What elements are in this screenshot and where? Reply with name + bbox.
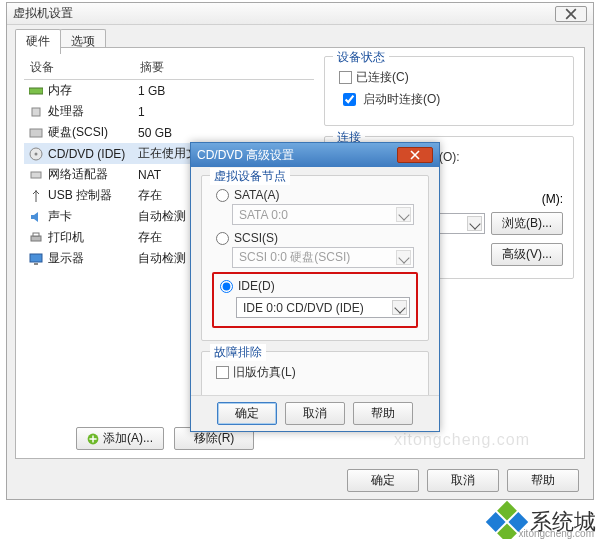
- svg-rect-0: [29, 88, 43, 94]
- modal-ok-button[interactable]: 确定: [217, 402, 277, 425]
- logo-icon: [486, 501, 528, 539]
- group-title-node: 虚拟设备节点: [210, 168, 290, 185]
- checkbox-icon: [216, 366, 229, 379]
- modal-footer: 确定 取消 帮助: [191, 395, 439, 431]
- device-summary: 50 GB: [138, 126, 314, 140]
- checkbox-connected-label: 已连接(C): [356, 69, 409, 86]
- checkbox-icon: [339, 71, 352, 84]
- titlebar: 虚拟机设置: [7, 3, 593, 25]
- modal-close-button[interactable]: [397, 147, 433, 163]
- checkbox-start-label: 启动时连接(O): [363, 91, 440, 108]
- device-name: 内存: [48, 82, 138, 99]
- net-icon: [28, 167, 44, 183]
- radio-sata-label: SATA(A): [234, 188, 280, 202]
- legacy-label: 旧版仿真(L): [233, 364, 296, 381]
- radio-icon: [216, 189, 229, 202]
- radio-sata[interactable]: SATA(A): [216, 188, 418, 202]
- svg-rect-9: [34, 263, 38, 265]
- group-device-status: 设备状态 已连接(C) 启动时连接(O): [324, 56, 574, 126]
- watermark-text: xitongcheng.com: [394, 431, 530, 449]
- tab-hardware[interactable]: 硬件: [15, 29, 61, 54]
- radio-ide-label: IDE(D): [238, 279, 275, 293]
- device-row-disk[interactable]: 硬盘(SCSI)50 GB: [24, 122, 314, 143]
- sata-value: SATA 0:0: [239, 208, 288, 222]
- modal-titlebar: CD/DVD 高级设置: [191, 143, 439, 167]
- advanced-button[interactable]: 高级(V)...: [491, 243, 563, 266]
- group-troubleshoot: 故障排除 旧版仿真(L): [201, 351, 429, 398]
- cpu-icon: [28, 104, 44, 120]
- main-footer: 确定 取消 帮助: [347, 469, 579, 492]
- logo-text: 系统城: [530, 507, 596, 537]
- radio-scsi-label: SCSI(S): [234, 231, 278, 245]
- checkbox-connect-on-start[interactable]: 启动时连接(O): [339, 90, 563, 109]
- group-title-trouble: 故障排除: [210, 344, 266, 361]
- group-title-status: 设备状态: [333, 49, 389, 66]
- device-summary: 1: [138, 105, 314, 119]
- sata-combo: SATA 0:0: [232, 204, 414, 225]
- checkbox-connected[interactable]: 已连接(C): [339, 69, 563, 86]
- radio-icon: [220, 280, 233, 293]
- iso-suffix-label: (M):: [542, 192, 563, 206]
- ide-combo[interactable]: IDE 0:0 CD/DVD (IDE): [236, 297, 410, 318]
- device-name: USB 控制器: [48, 187, 138, 204]
- close-icon: [565, 8, 577, 20]
- checkbox-legacy-emulation[interactable]: 旧版仿真(L): [216, 364, 418, 381]
- plus-icon: [87, 433, 99, 445]
- svg-rect-7: [33, 233, 39, 236]
- main-cancel-button[interactable]: 取消: [427, 469, 499, 492]
- radio-ide[interactable]: IDE(D): [220, 279, 410, 293]
- cd-icon: [28, 146, 44, 162]
- modal-help-button[interactable]: 帮助: [353, 402, 413, 425]
- col-summary: 摘要: [134, 56, 314, 79]
- svg-rect-2: [30, 129, 42, 137]
- window-close-button[interactable]: [555, 6, 587, 22]
- close-icon: [410, 150, 420, 160]
- svg-rect-5: [31, 172, 41, 178]
- add-device-button[interactable]: 添加(A)...: [76, 427, 164, 450]
- browse-button[interactable]: 浏览(B)...: [491, 212, 563, 235]
- svg-rect-8: [30, 254, 42, 262]
- device-name: 处理器: [48, 103, 138, 120]
- device-name: 打印机: [48, 229, 138, 246]
- sound-icon: [28, 209, 44, 225]
- svg-point-4: [35, 152, 38, 155]
- cddvd-advanced-dialog: CD/DVD 高级设置 虚拟设备节点 SATA(A) SATA 0:0 SCSI…: [190, 142, 440, 432]
- site-logo: 系统城: [492, 507, 596, 537]
- device-list-header: 设备 摘要: [24, 56, 314, 80]
- disk-icon: [28, 125, 44, 141]
- svg-rect-1: [32, 108, 40, 116]
- add-button-label: 添加(A)...: [103, 430, 153, 447]
- main-help-button[interactable]: 帮助: [507, 469, 579, 492]
- col-device: 设备: [24, 56, 134, 79]
- group-virtual-node: 虚拟设备节点 SATA(A) SATA 0:0 SCSI(S) SCSI 0:0…: [201, 175, 429, 341]
- ide-highlight-box: IDE(D) IDE 0:0 CD/DVD (IDE): [212, 272, 418, 328]
- device-name: 网络适配器: [48, 166, 138, 183]
- device-row-cpu[interactable]: 处理器1: [24, 101, 314, 122]
- modal-cancel-button[interactable]: 取消: [285, 402, 345, 425]
- display-icon: [28, 251, 44, 267]
- modal-title-text: CD/DVD 高级设置: [197, 147, 397, 164]
- ide-value: IDE 0:0 CD/DVD (IDE): [243, 301, 364, 315]
- svg-rect-6: [31, 236, 41, 241]
- chevron-down-icon: [467, 216, 482, 231]
- device-row-memory[interactable]: 内存1 GB: [24, 80, 314, 101]
- device-name: 声卡: [48, 208, 138, 225]
- scsi-combo: SCSI 0:0 硬盘(SCSI): [232, 247, 414, 268]
- usb-icon: [28, 188, 44, 204]
- scsi-value: SCSI 0:0 硬盘(SCSI): [239, 249, 350, 266]
- device-name: CD/DVD (IDE): [48, 147, 138, 161]
- device-name: 硬盘(SCSI): [48, 124, 138, 141]
- radio-scsi[interactable]: SCSI(S): [216, 231, 418, 245]
- chevron-down-icon: [396, 250, 411, 265]
- checkbox-icon: [343, 93, 356, 106]
- chevron-down-icon: [392, 300, 407, 315]
- window-title: 虚拟机设置: [13, 5, 73, 22]
- main-ok-button[interactable]: 确定: [347, 469, 419, 492]
- chevron-down-icon: [396, 207, 411, 222]
- device-summary: 1 GB: [138, 84, 314, 98]
- device-name: 显示器: [48, 250, 138, 267]
- printer-icon: [28, 230, 44, 246]
- radio-icon: [216, 232, 229, 245]
- memory-icon: [28, 83, 44, 99]
